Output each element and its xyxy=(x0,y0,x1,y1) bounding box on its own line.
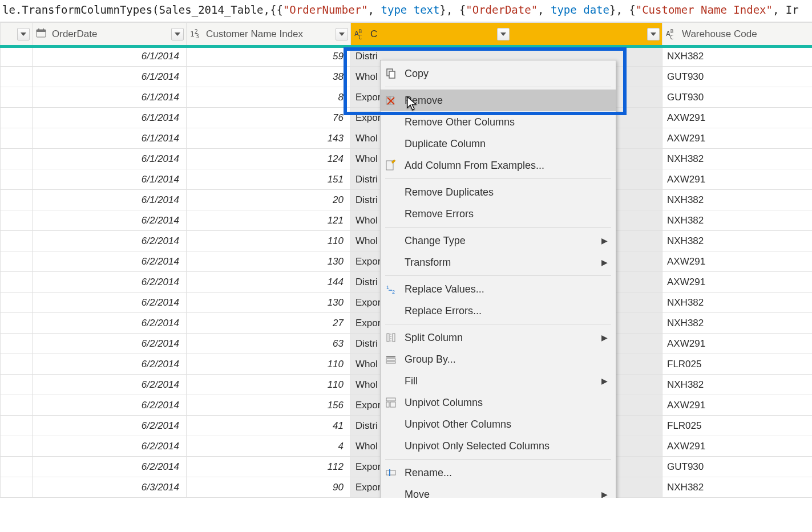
cell-customer-index[interactable]: 156 xyxy=(187,395,351,416)
cell-customer-index[interactable]: 143 xyxy=(187,128,351,149)
cell-customer-index[interactable]: 59 xyxy=(187,46,351,67)
cell-orderdate[interactable]: 6/2/2014 xyxy=(33,272,187,293)
cell-orderdate[interactable]: 6/2/2014 xyxy=(33,416,187,436)
cell-warehouse[interactable]: GUT930 xyxy=(662,87,813,108)
column-header-rownum[interactable] xyxy=(1,23,33,46)
cell-warehouse[interactable]: NXH382 xyxy=(662,210,813,231)
cell-orderdate[interactable]: 6/2/2014 xyxy=(33,334,187,354)
cell-customer-index[interactable]: 130 xyxy=(187,293,351,313)
cell-customer-index[interactable]: 20 xyxy=(187,190,351,210)
menu-unpivot-columns[interactable]: Unpivot Columns xyxy=(381,392,616,413)
menu-copy[interactable]: Copy xyxy=(381,63,616,84)
column-header-customer-index[interactable]: 123 Customer Name Index xyxy=(187,23,351,46)
cell-warehouse[interactable]: AXW291 xyxy=(662,272,813,293)
cell-orderdate[interactable]: 6/1/2014 xyxy=(33,87,187,108)
cell-warehouse[interactable]: AXW291 xyxy=(662,128,813,149)
row-number-cell xyxy=(1,190,33,210)
menu-replace-errors[interactable]: Replace Errors... xyxy=(381,300,616,322)
row-number-cell xyxy=(1,436,33,457)
menu-move[interactable]: Move ▶ xyxy=(381,484,616,498)
cell-customer-index[interactable]: 8 xyxy=(187,87,351,108)
cell-customer-index[interactable]: 112 xyxy=(187,457,351,477)
cell-orderdate[interactable]: 6/2/2014 xyxy=(33,436,187,457)
cell-orderdate[interactable]: 6/1/2014 xyxy=(33,128,187,149)
menu-replace-values[interactable]: 12 Replace Values... xyxy=(381,278,616,300)
cell-customer-index[interactable]: 63 xyxy=(187,334,351,354)
cell-orderdate[interactable]: 6/1/2014 xyxy=(33,190,187,210)
cell-customer-index[interactable]: 110 xyxy=(187,231,351,251)
cell-warehouse[interactable]: AXW291 xyxy=(662,395,813,416)
cell-warehouse[interactable]: FLR025 xyxy=(662,354,813,375)
cell-customer-index[interactable]: 144 xyxy=(187,272,351,293)
cell-customer-index[interactable]: 130 xyxy=(187,251,351,272)
cell-orderdate[interactable]: 6/3/2014 xyxy=(33,477,187,498)
svg-rect-14 xyxy=(386,359,395,360)
cell-orderdate[interactable]: 6/2/2014 xyxy=(33,457,187,477)
cell-warehouse[interactable]: GUT930 xyxy=(662,457,813,477)
cell-customer-index[interactable]: 27 xyxy=(187,313,351,334)
cell-warehouse[interactable]: NXH382 xyxy=(662,313,813,334)
cell-customer-index[interactable]: 4 xyxy=(187,436,351,457)
cell-orderdate[interactable]: 6/1/2014 xyxy=(33,169,187,190)
cell-orderdate[interactable]: 6/2/2014 xyxy=(33,210,187,231)
cell-warehouse[interactable]: AXW291 xyxy=(662,169,813,190)
row-number-cell xyxy=(1,149,33,169)
cell-warehouse[interactable]: NXH382 xyxy=(662,231,813,251)
menu-unpivot-only-selected[interactable]: Unpivot Only Selected Columns xyxy=(381,435,616,457)
cell-orderdate[interactable]: 6/2/2014 xyxy=(33,293,187,313)
cell-customer-index[interactable]: 110 xyxy=(187,375,351,395)
cell-warehouse[interactable]: AXW291 xyxy=(662,436,813,457)
menu-fill[interactable]: Fill ▶ xyxy=(381,370,616,392)
menu-remove-errors[interactable]: Remove Errors xyxy=(381,203,616,225)
menu-change-type[interactable]: Change Type ▶ xyxy=(381,230,616,251)
cell-warehouse[interactable]: NXH382 xyxy=(662,149,813,169)
cell-orderdate[interactable]: 6/2/2014 xyxy=(33,375,187,395)
cell-warehouse[interactable]: GUT930 xyxy=(662,67,813,87)
column-header-warehouse[interactable]: ABC Warehouse Code xyxy=(662,23,813,46)
cell-orderdate[interactable]: 6/2/2014 xyxy=(33,395,187,416)
cell-warehouse[interactable]: NXH382 xyxy=(662,46,813,67)
cell-orderdate[interactable]: 6/2/2014 xyxy=(33,313,187,334)
rename-icon xyxy=(385,467,405,478)
filter-button[interactable] xyxy=(336,28,348,40)
column-header-channel[interactable]: ABC C xyxy=(351,23,662,46)
filter-button[interactable] xyxy=(17,28,30,40)
filter-button[interactable] xyxy=(647,28,660,40)
cell-customer-index[interactable]: 76 xyxy=(187,108,351,128)
cell-orderdate[interactable]: 6/2/2014 xyxy=(33,231,187,251)
menu-remove-duplicates[interactable]: Remove Duplicates xyxy=(381,181,616,203)
row-number-cell xyxy=(1,395,33,416)
filter-button[interactable] xyxy=(497,28,510,40)
cell-warehouse[interactable]: NXH382 xyxy=(662,293,813,313)
cell-customer-index[interactable]: 151 xyxy=(187,169,351,190)
column-header-orderdate[interactable]: OrderDate xyxy=(33,23,187,46)
menu-group-by[interactable]: Group By... xyxy=(381,348,616,370)
menu-rename[interactable]: Rename... xyxy=(381,462,616,484)
cell-orderdate[interactable]: 6/2/2014 xyxy=(33,251,187,272)
cell-warehouse[interactable]: AXW291 xyxy=(662,108,813,128)
filter-button[interactable] xyxy=(171,28,184,40)
menu-add-column-from-examples[interactable]: Add Column From Examples... xyxy=(381,155,616,176)
cell-orderdate[interactable]: 6/1/2014 xyxy=(33,108,187,128)
cell-orderdate[interactable]: 6/1/2014 xyxy=(33,67,187,87)
cell-warehouse[interactable]: NXH382 xyxy=(662,190,813,210)
menu-transform[interactable]: Transform ▶ xyxy=(381,251,616,273)
cell-customer-index[interactable]: 121 xyxy=(187,210,351,231)
cell-customer-index[interactable]: 110 xyxy=(187,354,351,375)
menu-unpivot-other-columns[interactable]: Unpivot Other Columns xyxy=(381,413,616,435)
cell-customer-index[interactable]: 124 xyxy=(187,149,351,169)
cell-customer-index[interactable]: 41 xyxy=(187,416,351,436)
cell-warehouse[interactable]: NXH382 xyxy=(662,477,813,498)
cell-customer-index[interactable]: 90 xyxy=(187,477,351,498)
cell-orderdate[interactable]: 6/1/2014 xyxy=(33,46,187,67)
menu-split-column[interactable]: Split Column ▶ xyxy=(381,327,616,348)
cell-warehouse[interactable]: AXW291 xyxy=(662,251,813,272)
cell-customer-index[interactable]: 38 xyxy=(187,67,351,87)
cell-orderdate[interactable]: 6/2/2014 xyxy=(33,354,187,375)
cell-orderdate[interactable]: 6/1/2014 xyxy=(33,149,187,169)
cell-warehouse[interactable]: AXW291 xyxy=(662,334,813,354)
menu-duplicate-column[interactable]: Duplicate Column xyxy=(381,133,616,155)
cell-warehouse[interactable]: NXH382 xyxy=(662,375,813,395)
cell-warehouse[interactable]: FLR025 xyxy=(662,416,813,436)
formula-bar[interactable]: le.TransformColumnTypes(Sales_2014_Table… xyxy=(0,0,812,22)
